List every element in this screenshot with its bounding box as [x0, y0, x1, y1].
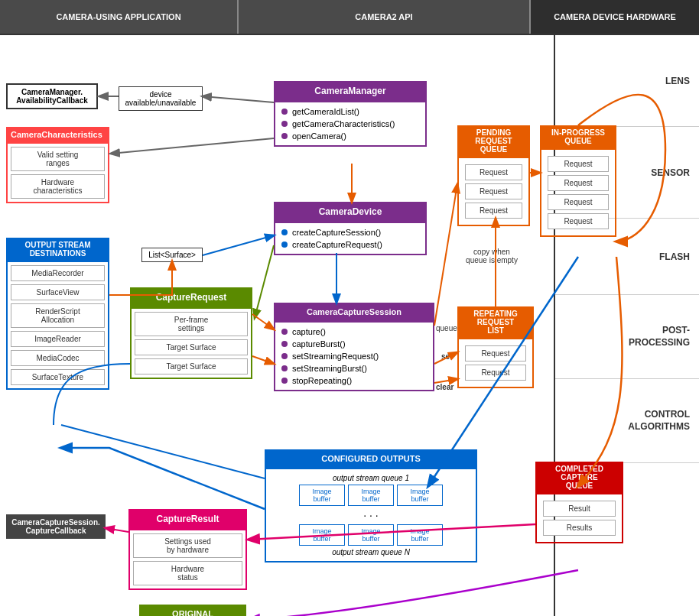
pending-queue-title: PENDINGREQUESTQUEUE: [457, 125, 530, 157]
camera-characteristics-box: CameraCharacteristics Valid settingrange…: [6, 127, 109, 203]
header-hw-label: CAMERA DEVICE HARDWARE: [554, 12, 676, 21]
capture-request-title: CaptureRequest: [130, 287, 252, 307]
availability-callback-label: CameraManager. AvailabilityCallback: [16, 88, 88, 105]
renderscript-item: RenderScriptAllocation: [11, 303, 105, 328]
repeating-request-1: Request: [465, 345, 526, 361]
stream-n-label: output stream queue N: [271, 548, 471, 556]
svg-line-1: [203, 96, 274, 102]
completed-result-1: Result: [543, 501, 616, 517]
camera-device-title: CameraDevice: [274, 202, 427, 222]
method-row-2: getCameraCharacteristics(): [281, 118, 419, 130]
camera-capture-callback-label: CameraCaptureSession. CaptureCallback: [11, 518, 100, 535]
output-stream-box: OUTPUT STREAMDESTINATIONS MediaRecorder …: [6, 238, 109, 390]
ccs-method-2: captureBurst(): [281, 338, 427, 350]
image-buffer-3: Imagebuffer: [397, 485, 443, 506]
pending-request-3: Request: [465, 203, 522, 219]
completed-capture-body: Result Results: [535, 493, 623, 543]
method-row-3: openCamera(): [281, 130, 419, 142]
header-col-app: CAMERA-USING APPLICATION: [0, 0, 237, 34]
hw-label-control: CONTROLALGORITHMS: [555, 379, 699, 463]
surface-view-item: SurfaceView: [11, 284, 105, 300]
dots-separator: · · ·: [271, 509, 471, 521]
image-row-2: Imagebuffer Imagebuffer Imagebuffer: [271, 524, 471, 546]
image-reader-item: ImageReader: [11, 331, 105, 347]
repeating-list-title: REPEATINGREQUESTLIST: [457, 306, 534, 338]
hw-label-postprocessing: POST-PROCESSING: [555, 295, 699, 379]
capture-result-title: CaptureResult: [128, 509, 247, 529]
ccs-method-3: setStreamingRequest(): [281, 350, 427, 362]
ccs-method-1: capture(): [281, 326, 427, 338]
target-surface-1-item: Target Surface: [135, 339, 248, 355]
hw-label-lens: LENS: [555, 35, 699, 127]
repeating-request-2: Request: [465, 365, 526, 381]
original-capture-request-box: ORIGINALCaptureRequest: [139, 605, 246, 616]
capture-result-body: Settings usedby hardware Hardwarestatus: [128, 529, 247, 590]
image-buffer-4: Imagebuffer: [299, 524, 345, 546]
list-surface-box: List<Surface>: [141, 248, 203, 262]
method-row-1: getCameraIdList(): [281, 105, 419, 118]
repeating-list-body: Request Request: [457, 338, 534, 388]
camera-capture-session-body: capture() captureBurst() setStreamingReq…: [274, 321, 434, 391]
target-surface-2-item: Target Surface: [135, 358, 248, 374]
cd-method-1: createCaptureSession(): [281, 226, 419, 238]
camera-manager-body: getCameraIdList() getCameraCharacteristi…: [274, 101, 427, 147]
image-buffer-2: Imagebuffer: [348, 485, 394, 506]
svg-line-5: [106, 528, 128, 532]
svg-line-3: [203, 235, 274, 255]
camera-capture-session-title: CameraCaptureSession: [274, 303, 434, 321]
configured-outputs-title: CONFIGURED OUTPUTS: [265, 449, 477, 468]
completed-capture-queue: COMPLETEDCAPTUREQUEUE Result Results: [535, 462, 623, 543]
camera-capture-callback-box: CameraCaptureSession. CaptureCallback: [6, 514, 106, 539]
inprogress-request-4: Request: [548, 213, 609, 229]
pending-queue-body: Request Request Request: [457, 157, 530, 226]
camera-device-box: CameraDevice createCaptureSession() crea…: [274, 202, 427, 255]
capture-result-box: CaptureResult Settings usedby hardware H…: [128, 509, 247, 590]
cd-method-2: createCaptureRequest(): [281, 238, 419, 251]
image-row-1: Imagebuffer Imagebuffer Imagebuffer: [271, 485, 471, 506]
camera-device-body: createCaptureSession() createCaptureRequ…: [274, 222, 427, 255]
svg-line-2: [111, 138, 274, 154]
pending-request-2: Request: [465, 183, 522, 199]
header: CAMERA-USING APPLICATION CAMERA2 API CAM…: [0, 0, 699, 35]
queue-label: queue: [436, 324, 457, 332]
inprogress-queue-body: Request Request Request Request: [540, 148, 616, 237]
camera-manager-box: CameraManager getCameraIdList() getCamer…: [274, 81, 427, 147]
completed-result-2: Results: [543, 520, 616, 536]
image-buffer-6: Imagebuffer: [397, 524, 443, 546]
image-buffer-5: Imagebuffer: [348, 524, 394, 546]
set-label: set: [441, 352, 452, 361]
header-app-label: CAMERA-USING APPLICATION: [56, 12, 180, 21]
device-available-box: device available/unavailable: [119, 86, 203, 111]
ccs-method-5: stopRepeating(): [281, 374, 427, 387]
camera-characteristics-body: Valid settingranges Hardwarecharacterist…: [6, 142, 109, 203]
ccs-method-4: setStreamingBurst(): [281, 362, 427, 374]
valid-settings-item: Valid settingranges: [11, 147, 105, 171]
copy-when-queue-empty-label: copy when queue is empty: [454, 248, 530, 264]
pending-request-1: Request: [465, 164, 522, 180]
original-capture-request-title: ORIGINALCaptureRequest: [139, 605, 246, 616]
stream1-label: output stream queue 1: [271, 474, 471, 482]
device-available-label: device available/unavailable: [125, 90, 197, 107]
media-codec-item: MediaCodec: [11, 350, 105, 366]
header-col-hw: CAMERA DEVICE HARDWARE: [531, 0, 699, 34]
capture-request-box: CaptureRequest Per-framesettings Target …: [130, 287, 252, 379]
capture-request-body: Per-framesettings Target Surface Target …: [130, 307, 252, 379]
inprogress-queue: IN-PROGRESSQUEUE Request Request Request…: [540, 125, 616, 237]
camera-characteristics-title: CameraCharacteristics: [6, 127, 109, 142]
repeating-request-list: REPEATINGREQUESTLIST Request Request: [457, 306, 534, 388]
pending-request-queue: PENDINGREQUESTQUEUE Request Request Requ…: [457, 125, 530, 226]
configured-outputs-body: output stream queue 1 Imagebuffer Imageb…: [265, 468, 477, 563]
header-api-label: CAMERA2 API: [355, 12, 412, 21]
settings-used-item: Settings usedby hardware: [133, 533, 242, 558]
header-col-api: CAMERA2 API: [237, 0, 531, 34]
camera-capture-session-box: CameraCaptureSession capture() captureBu…: [274, 303, 434, 391]
completed-capture-title: COMPLETEDCAPTUREQUEUE: [535, 462, 623, 493]
media-recorder-item: MediaRecorder: [11, 265, 105, 281]
inprogress-request-3: Request: [548, 194, 609, 210]
inprogress-queue-title: IN-PROGRESSQUEUE: [540, 125, 616, 148]
svg-line-4: [255, 245, 274, 318]
output-stream-title: OUTPUT STREAMDESTINATIONS: [6, 238, 109, 261]
clear-label: clear: [436, 383, 454, 391]
hardware-characteristics-item: Hardwarecharacteristics: [11, 174, 105, 199]
hardware-status-item: Hardwarestatus: [133, 561, 242, 585]
